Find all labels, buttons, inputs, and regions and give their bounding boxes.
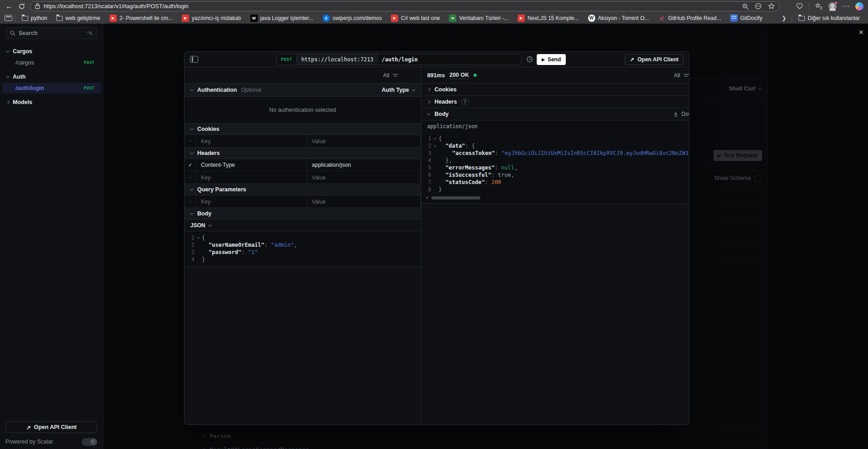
sidebar-group-cargos[interactable]: Cargos [0,46,103,56]
refresh-icon[interactable] [17,2,26,11]
headers-section-header[interactable]: Headers [185,147,421,159]
bookmark[interactable]: WAksiyon - Torrent O... [584,14,653,23]
response-cookies-header[interactable]: Cookies [421,83,689,95]
tab-actions-icon[interactable] [5,15,12,21]
body-section-header[interactable]: Body [185,208,421,220]
value-cell[interactable]: Value [307,171,420,184]
reading-mode-icon[interactable] [755,3,762,10]
query-section-header[interactable]: Query Parameters [185,184,421,195]
favorites-bar-icon[interactable] [815,3,823,10]
sidebar-endpoint-auth-login[interactable]: /auth/loginPOST [2,83,101,94]
youtube-favicon: ▶ [518,15,525,22]
bookmark[interactable]: ▶C# web last one [387,14,444,23]
panel-toggle-icon[interactable] [190,56,198,63]
token-punc: : [264,242,271,248]
bookmark[interactable]: ∞Veritabanı Türleri -... [445,14,512,23]
open-api-client-button[interactable]: ↗ Open API Client [5,421,97,433]
fold-chevron-icon[interactable] [431,138,439,140]
zoom-out-icon[interactable] [742,3,748,10]
powered-by-label[interactable]: Powered by Scalar [5,439,53,445]
line-number: 5 [421,165,431,171]
body-format-dropdown[interactable]: JSON [185,220,421,231]
chevron-down-icon [208,223,211,226]
value-cell[interactable]: Value [307,135,420,147]
sidebar-group-models[interactable]: Models [0,97,103,107]
download-button[interactable]: Download [673,111,689,117]
auth-type-dropdown[interactable]: Auth Type [382,87,415,93]
line-number: 8 [421,186,431,193]
download-label: Download [681,111,689,117]
request-path[interactable]: /auth/login [378,56,421,63]
bookmark[interactable]: GitDocify [727,14,766,23]
open-api-client-top-button[interactable]: ↗ Open API Client [625,54,683,65]
base-url[interactable]: https://localhost:7213 [297,54,378,65]
dark-mode-toggle[interactable]: ☾ [82,438,97,446]
key-cell[interactable]: Content-Type [196,159,307,171]
line-number: 4 [185,256,195,263]
settings-more-icon[interactable]: ⋯ [843,2,849,10]
bookmark[interactable]: ▶Next.JS 15 Komple... [514,14,583,23]
search-input[interactable]: Search ^K [5,27,97,39]
favorite-star-icon[interactable] [768,3,775,10]
response-headers-header[interactable]: Headers 7 [421,95,689,108]
scroll-left-arrow[interactable] [426,196,428,199]
play-icon: ▶ [542,57,545,62]
bookmark[interactable]: ▶yazılımcı-iş mülakatı [178,14,245,23]
sidebar-group-auth[interactable]: Auth [0,72,103,82]
line-number: 1 [185,234,195,241]
history-icon[interactable] [526,56,533,63]
browser-essentials-icon[interactable] [796,3,803,10]
back-icon[interactable]: ← [5,2,14,11]
token-punc: { [439,135,442,142]
close-icon[interactable]: × [858,28,863,36]
response-pane: 891ms 200 OK All Cookies H [421,67,689,424]
response-duration: 891ms [427,72,445,79]
sidebar: Search ^K Cargos/cargosPOSTAuth/auth/log… [0,24,103,449]
code-line: 8} [421,186,689,193]
other-favorites-folder[interactable]: Diğer sık kullanılanlar [795,14,863,22]
address-bar[interactable]: https://localhost:7213/scalar/v1#tag/aut… [30,1,780,11]
response-body-viewer[interactable]: 1{2"data": {3"accessToken": "eyJhbGciOiJ… [421,132,689,204]
response-status-code[interactable]: 200 OK [449,72,469,79]
row-enabled-checkbox[interactable]: ✓ [185,159,196,171]
sidebar-endpoint-cargos[interactable]: /cargosPOST [2,57,101,68]
row-enabled-checkbox[interactable]: ✓ [185,171,196,184]
code-content: }, [439,157,452,164]
bookmark[interactable]: web geliştirme [53,14,104,22]
sidebar-group-label: Models [13,99,32,105]
scrollbar-thumb[interactable] [431,196,480,200]
body-title: Body [197,210,211,217]
request-filter[interactable]: All [185,67,421,83]
request-url-bar[interactable]: POST https://localhost:7213 /auth/login [276,54,522,65]
external-link-icon: ↗ [26,424,30,431]
cookies-section-header[interactable]: Cookies [185,123,421,135]
bookmark[interactable]: Sswiperjs.com/demos [319,14,386,23]
response-filter[interactable]: All [674,72,689,79]
value-cell[interactable]: application/json [307,159,420,171]
site-lock-icon[interactable] [35,3,40,9]
bookmark[interactable]: rjGitHub Profile Read... [654,14,725,23]
fold-chevron-icon[interactable] [431,145,439,147]
bookmark[interactable]: Mjava Logger işlemler... [247,14,317,23]
copilot-icon[interactable] [855,2,863,10]
url-text[interactable]: https://localhost:7213/scalar/v1#tag/aut… [44,3,738,10]
auth-section-header[interactable]: Authentication Optional Auth Type [185,83,421,97]
bookmarks-overflow-chevron[interactable]: ❯ [779,15,789,21]
value-cell[interactable]: Value [307,195,420,208]
bookmark[interactable]: ▶2- Powershell ile cm... [106,14,176,23]
line-number: 7 [421,179,431,185]
key-cell[interactable]: Key [196,195,307,208]
horizontal-scrollbar[interactable] [426,196,689,200]
key-cell[interactable]: Key [196,171,307,184]
row-enabled-checkbox[interactable]: ✓ [185,135,196,147]
bookmark[interactable]: python [18,14,51,22]
token-punc: } [202,256,205,263]
row-enabled-checkbox[interactable]: ✓ [185,195,196,208]
chevron-right-icon [6,100,10,104]
response-body-header[interactable]: Body Download [421,108,689,120]
send-button[interactable]: ▶ Send [537,54,566,65]
key-cell[interactable]: Key [196,135,307,147]
fold-chevron-icon[interactable] [195,237,202,239]
profile-avatar[interactable] [828,2,837,10]
request-body-editor[interactable]: 1{2"userNameOrEmail": "admin",3"password… [185,231,421,267]
